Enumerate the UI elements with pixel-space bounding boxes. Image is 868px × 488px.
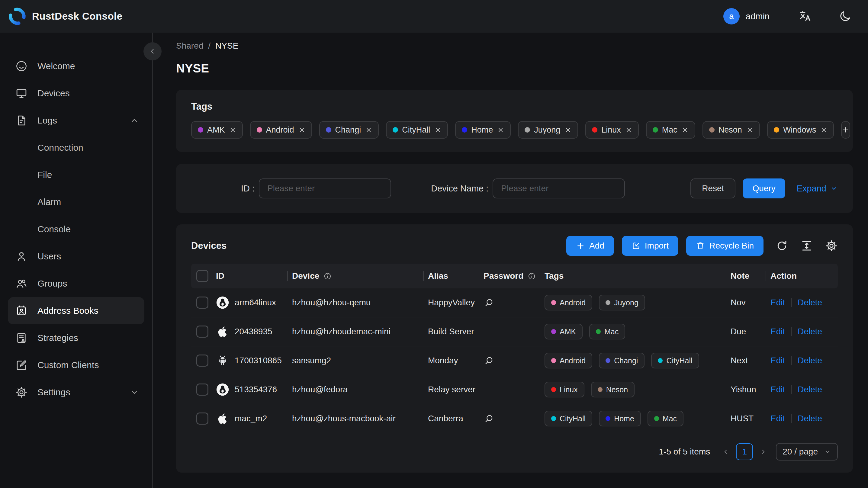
- close-icon[interactable]: [625, 126, 632, 133]
- table-row: 20438935 hzhou@hzhoudemac-mini Build Ser…: [191, 317, 838, 346]
- edit-link[interactable]: Edit: [770, 356, 785, 365]
- import-button-label: Import: [645, 241, 669, 251]
- language-icon[interactable]: [799, 10, 812, 23]
- close-icon[interactable]: [820, 126, 827, 133]
- sidebar-item-file[interactable]: File: [0, 161, 152, 188]
- device-user: hzhou@zhous-macbook-air: [288, 414, 424, 423]
- sidebar-item-address-books[interactable]: Address Books: [8, 297, 144, 324]
- avatar[interactable]: a: [723, 8, 740, 25]
- password-search-icon[interactable]: [484, 297, 494, 308]
- sidebar-item-label: Users: [37, 251, 61, 262]
- tag-color-dot: [393, 127, 398, 132]
- sidebar-item-console[interactable]: Console: [0, 216, 152, 243]
- tag-chip-android[interactable]: Android: [250, 121, 312, 139]
- id-label: ID :: [241, 184, 255, 193]
- device-note: Yishun: [726, 385, 766, 394]
- dark-mode-icon[interactable]: [838, 10, 852, 23]
- username[interactable]: admin: [746, 11, 770, 22]
- tag-chip-neson[interactable]: Neson: [703, 121, 760, 139]
- add-tag-button[interactable]: [841, 121, 850, 139]
- row-checkbox[interactable]: [196, 297, 208, 309]
- close-icon[interactable]: [299, 126, 305, 133]
- close-icon[interactable]: [229, 126, 236, 133]
- close-icon[interactable]: [682, 126, 689, 133]
- breadcrumb: Shared / NYSE: [176, 41, 853, 51]
- refresh-icon[interactable]: [776, 240, 788, 252]
- edit-link[interactable]: Edit: [770, 327, 785, 336]
- row-checkbox[interactable]: [196, 355, 208, 367]
- sidebar-item-custom-clients[interactable]: Custom Clients: [0, 352, 152, 379]
- close-icon[interactable]: [434, 126, 441, 133]
- sidebar-item-label: Devices: [37, 88, 70, 98]
- sidebar-item-groups[interactable]: Groups: [0, 270, 152, 297]
- select-all-checkbox[interactable]: [196, 270, 208, 282]
- tag-chip-juyong[interactable]: Juyong: [518, 121, 578, 139]
- page-title: NYSE: [176, 62, 853, 75]
- row-checkbox[interactable]: [196, 326, 208, 338]
- tag-chip-changi[interactable]: Changi: [319, 121, 379, 139]
- recycle-bin-button-label: Recycle Bin: [709, 241, 754, 251]
- page-number[interactable]: 1: [736, 443, 753, 460]
- prev-page-icon[interactable]: [720, 446, 731, 457]
- sidebar-item-label: Welcome: [37, 61, 75, 71]
- sidebar-item-connection[interactable]: Connection: [0, 134, 152, 161]
- tag-chip-amk[interactable]: AMK: [191, 121, 243, 139]
- tag-chip-home[interactable]: Home: [455, 121, 511, 139]
- edit-link[interactable]: Edit: [770, 414, 785, 423]
- import-button[interactable]: Import: [622, 236, 678, 256]
- tag-chip-windows[interactable]: Windows: [767, 121, 834, 139]
- delete-link[interactable]: Delete: [798, 327, 822, 336]
- tag-color-dot: [551, 300, 556, 305]
- row-height-icon[interactable]: [800, 240, 813, 252]
- recycle-bin-button[interactable]: Recycle Bin: [686, 236, 764, 256]
- row-checkbox[interactable]: [196, 413, 208, 425]
- pagination-total: 1-5 of 5 items: [659, 447, 710, 457]
- sidebar-item-strategies[interactable]: Strategies: [0, 324, 152, 352]
- column-header-note: Note: [731, 271, 749, 281]
- tag-chip-mac[interactable]: Mac: [646, 121, 695, 139]
- expand-toggle[interactable]: Expand: [797, 184, 838, 193]
- delete-link[interactable]: Delete: [798, 385, 822, 394]
- device-note: HUST: [726, 414, 766, 423]
- edit-link[interactable]: Edit: [770, 385, 785, 394]
- sidebar-item-devices[interactable]: Devices: [0, 80, 152, 107]
- sidebar-item-label: Settings: [37, 387, 70, 397]
- device-name-input[interactable]: [493, 179, 625, 199]
- next-page-icon[interactable]: [758, 446, 769, 457]
- id-input[interactable]: [259, 179, 391, 199]
- column-settings-gear-icon[interactable]: [825, 240, 838, 252]
- edit-link[interactable]: Edit: [770, 298, 785, 307]
- sidebar-item-logs[interactable]: Logs: [0, 107, 152, 134]
- page-size-select[interactable]: 20 / page: [776, 443, 838, 460]
- sidebar-item-users[interactable]: Users: [0, 243, 152, 270]
- add-button[interactable]: Add: [566, 236, 614, 256]
- close-icon[interactable]: [746, 126, 753, 133]
- row-checkbox[interactable]: [196, 384, 208, 396]
- tag-chip-cityhall[interactable]: CityHall: [386, 121, 448, 139]
- table-header-row: ID Device Alias Password Tags Note Actio…: [191, 264, 838, 288]
- reset-button[interactable]: Reset: [690, 179, 736, 199]
- tag-color-dot: [551, 387, 556, 392]
- tag-label: Mac: [662, 125, 677, 135]
- tag-color-dot: [606, 416, 610, 421]
- delete-link[interactable]: Delete: [798, 356, 822, 365]
- close-icon[interactable]: [365, 126, 372, 133]
- close-icon[interactable]: [564, 126, 571, 133]
- tag-label: Linux: [601, 125, 621, 135]
- delete-link[interactable]: Delete: [798, 414, 822, 423]
- delete-link[interactable]: Delete: [798, 298, 822, 307]
- sidebar-item-alarm[interactable]: Alarm: [0, 188, 152, 216]
- sidebar-item-settings[interactable]: Settings: [0, 379, 152, 406]
- users-icon: [15, 277, 28, 290]
- info-icon[interactable]: [323, 272, 332, 280]
- tag-label: Changi: [335, 125, 361, 135]
- query-button[interactable]: Query: [743, 179, 785, 199]
- sidebar-item-welcome[interactable]: Welcome: [0, 53, 152, 80]
- password-search-icon[interactable]: [484, 413, 494, 424]
- tag-chip-linux[interactable]: Linux: [585, 121, 639, 139]
- password-search-icon[interactable]: [484, 355, 494, 366]
- breadcrumb-shared[interactable]: Shared: [176, 41, 203, 51]
- close-icon[interactable]: [497, 126, 504, 133]
- sidebar-collapse-button[interactable]: [144, 42, 162, 60]
- info-icon[interactable]: [528, 272, 536, 280]
